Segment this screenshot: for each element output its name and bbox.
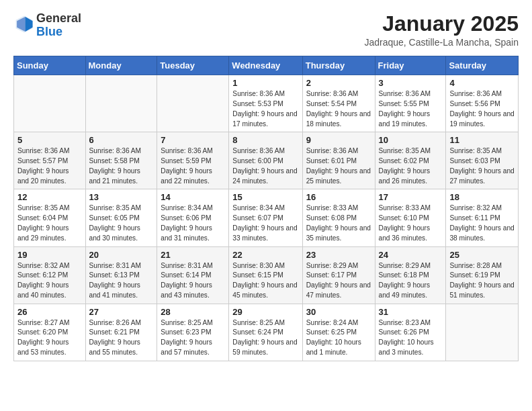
day-info: Sunrise: 8:36 AM Sunset: 5:55 PM Dayligh… [379, 89, 443, 129]
weekday-header-monday: Monday [85, 56, 157, 75]
calendar-cell: 21Sunrise: 8:31 AM Sunset: 6:14 PM Dayli… [157, 246, 229, 304]
calendar-cell: 13Sunrise: 8:35 AM Sunset: 6:05 PM Dayli… [85, 189, 157, 246]
day-number: 3 [379, 78, 443, 88]
calendar-cell: 15Sunrise: 8:34 AM Sunset: 6:07 PM Dayli… [229, 189, 302, 246]
day-info: Sunrise: 8:36 AM Sunset: 5:59 PM Dayligh… [161, 146, 225, 186]
calendar-cell: 8Sunrise: 8:36 AM Sunset: 6:00 PM Daylig… [229, 132, 302, 189]
calendar-cell: 25Sunrise: 8:28 AM Sunset: 6:19 PM Dayli… [446, 246, 519, 304]
weekday-header-thursday: Thursday [302, 56, 375, 75]
week-row-3: 12Sunrise: 8:35 AM Sunset: 6:04 PM Dayli… [14, 189, 519, 246]
calendar-table: SundayMondayTuesdayWednesdayThursdayFrid… [13, 56, 519, 361]
day-info: Sunrise: 8:36 AM Sunset: 5:53 PM Dayligh… [232, 89, 298, 129]
day-info: Sunrise: 8:32 AM Sunset: 6:12 PM Dayligh… [17, 261, 82, 301]
day-number: 1 [232, 78, 298, 88]
calendar-cell: 28Sunrise: 8:25 AM Sunset: 6:23 PM Dayli… [157, 304, 229, 361]
day-number: 16 [306, 192, 371, 202]
calendar-cell: 9Sunrise: 8:36 AM Sunset: 6:01 PM Daylig… [302, 132, 375, 189]
calendar-cell: 26Sunrise: 8:27 AM Sunset: 6:20 PM Dayli… [14, 304, 86, 361]
week-row-4: 19Sunrise: 8:32 AM Sunset: 6:12 PM Dayli… [14, 246, 519, 304]
day-number: 19 [17, 250, 82, 260]
day-number: 6 [89, 135, 154, 145]
day-number: 13 [89, 192, 154, 202]
week-row-1: 1Sunrise: 8:36 AM Sunset: 5:53 PM Daylig… [14, 75, 519, 132]
weekday-header-row: SundayMondayTuesdayWednesdayThursdayFrid… [14, 56, 519, 75]
day-number: 20 [89, 250, 154, 260]
header: General Blue January 2025 Jadraque, Cast… [13, 12, 519, 48]
calendar-cell: 1Sunrise: 8:36 AM Sunset: 5:53 PM Daylig… [229, 75, 302, 132]
day-number: 5 [17, 135, 82, 145]
calendar-cell: 16Sunrise: 8:33 AM Sunset: 6:08 PM Dayli… [302, 189, 375, 246]
weekday-header-sunday: Sunday [14, 56, 86, 75]
calendar-cell [14, 75, 86, 132]
day-number: 7 [161, 135, 225, 145]
day-info: Sunrise: 8:36 AM Sunset: 6:00 PM Dayligh… [232, 146, 298, 186]
calendar-cell: 5Sunrise: 8:36 AM Sunset: 5:57 PM Daylig… [14, 132, 86, 189]
day-number: 17 [379, 192, 443, 202]
day-info: Sunrise: 8:34 AM Sunset: 6:06 PM Dayligh… [161, 203, 225, 243]
day-number: 8 [232, 135, 298, 145]
day-number: 26 [17, 307, 82, 317]
day-info: Sunrise: 8:31 AM Sunset: 6:13 PM Dayligh… [89, 261, 154, 301]
day-info: Sunrise: 8:25 AM Sunset: 6:23 PM Dayligh… [161, 318, 225, 358]
calendar-cell: 11Sunrise: 8:35 AM Sunset: 6:03 PM Dayli… [446, 132, 519, 189]
day-info: Sunrise: 8:36 AM Sunset: 5:54 PM Dayligh… [306, 89, 371, 129]
day-number: 2 [306, 78, 371, 88]
day-info: Sunrise: 8:29 AM Sunset: 6:18 PM Dayligh… [379, 261, 443, 301]
day-number: 29 [232, 307, 298, 317]
calendar-cell: 17Sunrise: 8:33 AM Sunset: 6:10 PM Dayli… [375, 189, 446, 246]
weekday-header-wednesday: Wednesday [229, 56, 302, 75]
day-number: 18 [449, 192, 515, 202]
calendar-cell: 24Sunrise: 8:29 AM Sunset: 6:18 PM Dayli… [375, 246, 446, 304]
calendar-cell: 30Sunrise: 8:24 AM Sunset: 6:25 PM Dayli… [302, 304, 375, 361]
day-info: Sunrise: 8:30 AM Sunset: 6:15 PM Dayligh… [232, 261, 298, 301]
day-info: Sunrise: 8:25 AM Sunset: 6:24 PM Dayligh… [232, 318, 298, 358]
day-number: 12 [17, 192, 82, 202]
day-info: Sunrise: 8:33 AM Sunset: 6:08 PM Dayligh… [306, 203, 371, 243]
day-info: Sunrise: 8:36 AM Sunset: 6:01 PM Dayligh… [306, 146, 371, 186]
day-number: 15 [232, 192, 298, 202]
day-info: Sunrise: 8:36 AM Sunset: 5:57 PM Dayligh… [17, 146, 82, 186]
day-info: Sunrise: 8:36 AM Sunset: 5:56 PM Dayligh… [449, 89, 515, 129]
day-number: 30 [306, 307, 371, 317]
day-info: Sunrise: 8:35 AM Sunset: 6:04 PM Dayligh… [17, 203, 82, 243]
logo-blue: Blue [36, 25, 62, 38]
day-info: Sunrise: 8:27 AM Sunset: 6:20 PM Dayligh… [17, 318, 82, 358]
calendar-cell [85, 75, 157, 132]
logo-icon [15, 15, 34, 34]
calendar-cell: 6Sunrise: 8:36 AM Sunset: 5:58 PM Daylig… [85, 132, 157, 189]
calendar-cell [446, 304, 519, 361]
week-row-5: 26Sunrise: 8:27 AM Sunset: 6:20 PM Dayli… [14, 304, 519, 361]
day-number: 24 [379, 250, 443, 260]
day-info: Sunrise: 8:23 AM Sunset: 6:26 PM Dayligh… [379, 318, 443, 358]
day-info: Sunrise: 8:28 AM Sunset: 6:19 PM Dayligh… [449, 261, 515, 301]
month-year: January 2025 [364, 12, 519, 36]
day-number: 27 [89, 307, 154, 317]
day-number: 22 [232, 250, 298, 260]
day-number: 9 [306, 135, 371, 145]
calendar-cell: 20Sunrise: 8:31 AM Sunset: 6:13 PM Dayli… [85, 246, 157, 304]
day-info: Sunrise: 8:29 AM Sunset: 6:17 PM Dayligh… [306, 261, 371, 301]
day-info: Sunrise: 8:31 AM Sunset: 6:14 PM Dayligh… [161, 261, 225, 301]
day-info: Sunrise: 8:34 AM Sunset: 6:07 PM Dayligh… [232, 203, 298, 243]
day-number: 28 [161, 307, 225, 317]
day-number: 31 [379, 307, 443, 317]
page: General Blue January 2025 Jadraque, Cast… [0, 0, 532, 373]
day-info: Sunrise: 8:26 AM Sunset: 6:21 PM Dayligh… [89, 318, 154, 358]
calendar-cell: 4Sunrise: 8:36 AM Sunset: 5:56 PM Daylig… [446, 75, 519, 132]
calendar-cell: 14Sunrise: 8:34 AM Sunset: 6:06 PM Dayli… [157, 189, 229, 246]
day-info: Sunrise: 8:36 AM Sunset: 5:58 PM Dayligh… [89, 146, 154, 186]
calendar-cell: 7Sunrise: 8:36 AM Sunset: 5:59 PM Daylig… [157, 132, 229, 189]
calendar-cell: 29Sunrise: 8:25 AM Sunset: 6:24 PM Dayli… [229, 304, 302, 361]
calendar-cell: 23Sunrise: 8:29 AM Sunset: 6:17 PM Dayli… [302, 246, 375, 304]
day-info: Sunrise: 8:35 AM Sunset: 6:03 PM Dayligh… [449, 146, 515, 186]
day-info: Sunrise: 8:32 AM Sunset: 6:11 PM Dayligh… [449, 203, 515, 243]
week-row-2: 5Sunrise: 8:36 AM Sunset: 5:57 PM Daylig… [14, 132, 519, 189]
logo-text: General Blue [36, 12, 81, 39]
weekday-header-saturday: Saturday [446, 56, 519, 75]
title-area: January 2025 Jadraque, Castille-La Manch… [364, 12, 519, 48]
day-info: Sunrise: 8:35 AM Sunset: 6:05 PM Dayligh… [89, 203, 154, 243]
calendar-cell: 2Sunrise: 8:36 AM Sunset: 5:54 PM Daylig… [302, 75, 375, 132]
day-info: Sunrise: 8:33 AM Sunset: 6:10 PM Dayligh… [379, 203, 443, 243]
day-info: Sunrise: 8:24 AM Sunset: 6:25 PM Dayligh… [306, 318, 371, 358]
location: Jadraque, Castille-La Mancha, Spain [364, 37, 519, 48]
